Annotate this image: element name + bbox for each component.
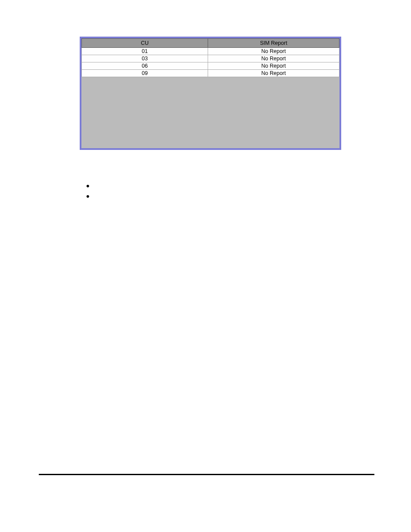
cell-cu: 06	[82, 62, 208, 70]
list-item	[86, 193, 341, 198]
sim-report-table-container: CU SIM Report 01 No Report 03 No Report …	[80, 37, 341, 150]
cell-sim-report: No Report	[208, 70, 339, 77]
header-cu: CU	[82, 39, 208, 48]
footer-divider	[39, 474, 374, 475]
cell-sim-report: No Report	[208, 48, 339, 55]
table-row: 06 No Report	[82, 62, 339, 70]
cell-cu: 03	[82, 55, 208, 62]
table-header-row: CU SIM Report	[82, 39, 339, 48]
table-row: 09 No Report	[82, 70, 339, 77]
list-item	[86, 183, 341, 187]
cell-cu: 01	[82, 48, 208, 55]
header-sim-report: SIM Report	[208, 39, 339, 48]
table-row: 03 No Report	[82, 55, 339, 62]
table-row: 01 No Report	[82, 48, 339, 55]
cell-sim-report: No Report	[208, 62, 339, 70]
content-area	[80, 183, 341, 204]
cell-sim-report: No Report	[208, 55, 339, 62]
cell-cu: 09	[82, 70, 208, 77]
bullet-list	[80, 183, 341, 198]
sim-report-table: CU SIM Report 01 No Report 03 No Report …	[81, 38, 339, 77]
